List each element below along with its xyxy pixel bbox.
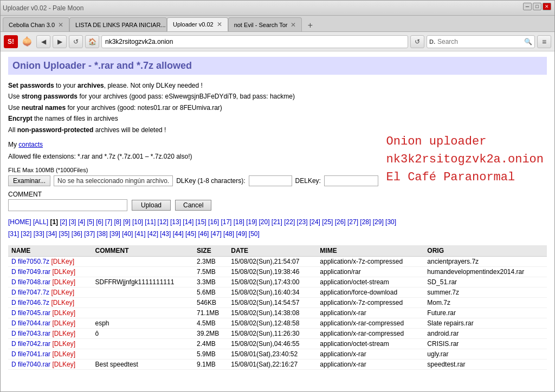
page-12-link[interactable]: [12] <box>158 218 169 226</box>
maximize-button[interactable]: □ <box>533 3 541 10</box>
page-11-link[interactable]: [11] <box>145 218 156 226</box>
d-link[interactable]: D <box>11 278 16 286</box>
page-2-link[interactable]: [2] <box>60 218 67 226</box>
page-18-link[interactable]: [18] <box>234 218 244 226</box>
all-link[interactable]: [ALL] <box>33 218 48 226</box>
d-link[interactable]: D <box>11 268 16 276</box>
d-link[interactable]: D <box>11 309 16 317</box>
page-45-link[interactable]: [45] <box>185 230 196 238</box>
delkey-input[interactable] <box>324 175 378 186</box>
page-32-link[interactable]: [32] <box>21 230 31 238</box>
page-23-link[interactable]: [23] <box>297 218 308 226</box>
page-14-link[interactable]: [14] <box>183 218 193 226</box>
page-16-link[interactable]: [16] <box>208 218 219 226</box>
page-3-link[interactable]: [3] <box>69 218 76 226</box>
page-8-link[interactable]: [8] <box>114 218 121 226</box>
page-9-link[interactable]: [9] <box>123 218 130 226</box>
file-link[interactable]: file7041.rar <box>18 350 50 358</box>
comment-input[interactable] <box>8 199 127 211</box>
file-link[interactable]: file7040.rar <box>18 361 50 368</box>
page-17-link[interactable]: [17] <box>221 218 231 226</box>
page-20-link[interactable]: [20] <box>259 218 269 226</box>
d-link[interactable]: D <box>11 299 16 306</box>
file-link[interactable]: file7042.rar <box>18 340 50 348</box>
page-15-link[interactable]: [15] <box>196 218 206 226</box>
tab-close-icon[interactable]: ✕ <box>217 21 222 28</box>
page-49-link[interactable]: [49] <box>236 230 247 238</box>
page-46-link[interactable]: [46] <box>198 230 209 238</box>
d-link[interactable]: D <box>11 258 16 265</box>
page-43-link[interactable]: [43] <box>160 230 171 238</box>
page-26-link[interactable]: [26] <box>335 218 346 226</box>
tab-notevil[interactable]: not Evil - Search Tor ✕ <box>228 17 302 31</box>
file-link[interactable]: file7049.rar <box>18 268 50 276</box>
page-30-link[interactable]: [30] <box>385 218 396 226</box>
page-35-link[interactable]: [35] <box>59 230 69 238</box>
d-link[interactable]: D <box>11 289 16 296</box>
refresh-button[interactable]: ↺ <box>69 35 83 48</box>
home-link[interactable]: [HOME] <box>8 218 31 226</box>
contacts-link[interactable]: contacts <box>18 141 43 148</box>
address-bar[interactable] <box>101 35 408 48</box>
file-link[interactable]: file7047.7z <box>18 289 49 296</box>
upload-button[interactable]: Upload <box>132 200 171 211</box>
file-link[interactable]: file7044.rar <box>18 319 50 327</box>
tab-uploader[interactable]: Uploader v0.02 ✕ <box>167 17 228 31</box>
page-33-link[interactable]: [33] <box>34 230 44 238</box>
page-19-link[interactable]: [19] <box>246 218 257 226</box>
page-7-link[interactable]: [7] <box>105 218 112 226</box>
examinar-button[interactable]: Examinar... <box>8 175 50 186</box>
page-50-link[interactable]: [50] <box>249 230 260 238</box>
menu-button[interactable]: ≡ <box>537 35 551 48</box>
page-6-link[interactable]: [6] <box>96 218 103 226</box>
d-link[interactable]: D <box>11 361 16 368</box>
tab-cebolla[interactable]: Cebolla Chan 3.0 ✕ <box>3 17 69 31</box>
page-4-link[interactable]: [4] <box>78 218 85 226</box>
page-37-link[interactable]: [37] <box>84 230 95 238</box>
page-28-link[interactable]: [28] <box>360 218 371 226</box>
page-25-link[interactable]: [25] <box>322 218 333 226</box>
file-link[interactable]: file7045.rar <box>18 309 50 317</box>
home-button[interactable]: 🏠 <box>85 35 99 48</box>
add-tab-button[interactable]: + <box>304 19 316 31</box>
cancel-button[interactable]: Cancel <box>175 200 211 211</box>
close-button[interactable]: ✕ <box>543 3 551 10</box>
minimize-button[interactable]: ─ <box>523 3 532 10</box>
page-13-link[interactable]: [13] <box>170 218 181 226</box>
page-40-link[interactable]: [40] <box>122 230 133 238</box>
page-39-link[interactable]: [39] <box>109 230 120 238</box>
forward-button[interactable]: ▶ <box>53 35 67 48</box>
page-34-link[interactable]: [34] <box>46 230 57 238</box>
page-44-link[interactable]: [44] <box>173 230 184 238</box>
page-41-link[interactable]: [41] <box>135 230 146 238</box>
d-link[interactable]: D <box>11 319 16 327</box>
page-27-link[interactable]: [27] <box>347 218 358 226</box>
page-48-link[interactable]: [48] <box>223 230 234 238</box>
file-link[interactable]: file7050.7z <box>18 258 49 265</box>
back-button[interactable]: ◀ <box>36 35 50 48</box>
d-link[interactable]: D <box>11 350 16 358</box>
file-link[interactable]: file7046.7z <box>18 299 49 306</box>
refresh-go-button[interactable]: ↺ <box>410 35 424 48</box>
page-42-link[interactable]: [42] <box>147 230 158 238</box>
file-link[interactable]: file7043.rar <box>18 330 50 337</box>
page-38-link[interactable]: [38] <box>97 230 108 238</box>
page-36-link[interactable]: [36] <box>72 230 82 238</box>
file-link[interactable]: file7048.rar <box>18 278 50 286</box>
dlkey-input[interactable] <box>249 175 292 186</box>
page-22-link[interactable]: [22] <box>284 218 295 226</box>
page-31-link[interactable]: [31] <box>8 230 19 238</box>
page-21-link[interactable]: [21] <box>272 218 282 226</box>
page-29-link[interactable]: [29] <box>373 218 384 226</box>
search-input[interactable] <box>437 38 522 45</box>
d-link[interactable]: D <box>11 330 16 337</box>
d-link[interactable]: D <box>11 340 16 348</box>
tab-close-icon[interactable]: ✕ <box>291 21 296 29</box>
page-5-link[interactable]: [5] <box>87 218 94 226</box>
page-10-link[interactable]: [10] <box>132 218 143 226</box>
tab-lista[interactable]: LISTA DE LINKS PARA INICIAR... ✕ <box>69 17 167 31</box>
tab-close-icon[interactable]: ✕ <box>58 21 63 29</box>
page-47-link[interactable]: [47] <box>211 230 222 238</box>
search-go-icon[interactable]: 🔍 <box>524 38 532 45</box>
page-24-link[interactable]: [24] <box>309 218 320 226</box>
